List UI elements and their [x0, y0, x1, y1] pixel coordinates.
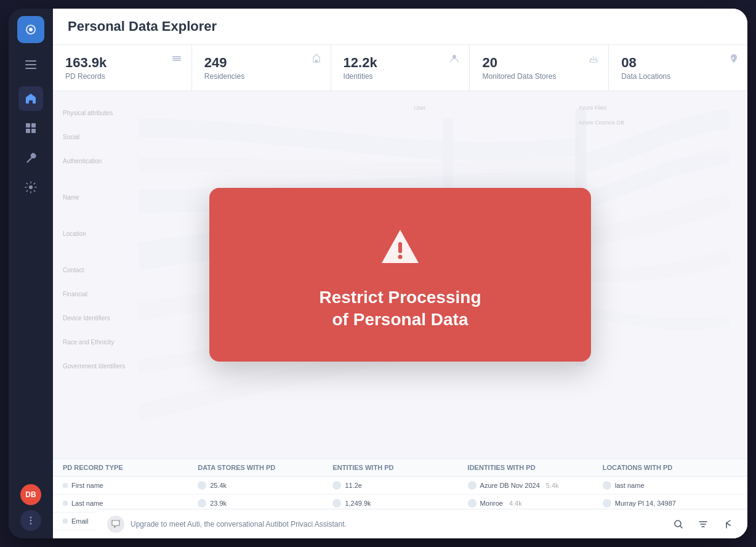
sidebar-item-dashboard[interactable]	[18, 116, 43, 140]
monitored-value: 20	[482, 55, 596, 71]
page-header: Personal Data Explorer	[53, 9, 747, 45]
bottom-bar-actions	[669, 514, 738, 534]
monitored-label: Monitored Data Stores	[482, 72, 596, 81]
cell-entities-0: 11.2e	[332, 481, 467, 490]
svg-rect-14	[172, 58, 181, 59]
svg-rect-7	[26, 129, 30, 133]
stat-residencies: 249 Residencies	[192, 45, 331, 91]
more-options-button[interactable]	[20, 510, 41, 531]
pd-records-icon	[172, 54, 182, 66]
identities-icon	[449, 54, 459, 66]
residencies-value: 249	[204, 55, 318, 71]
stat-pd-records: 163.9k PD Records	[53, 45, 192, 91]
svg-point-1	[29, 28, 33, 31]
modal-overlay: Restrict Processing of Personal Data	[53, 91, 747, 458]
svg-rect-5	[26, 123, 30, 128]
identities-value: 12.2k	[344, 55, 457, 71]
cell-type-1: Last name	[63, 499, 198, 508]
app-logo[interactable]	[17, 16, 44, 43]
main-content: Personal Data Explorer 163.9k PD Records…	[53, 9, 747, 538]
cell-locations-0: last name	[603, 481, 738, 490]
svg-rect-3	[25, 64, 36, 65]
device-frame: DB Personal Data Explorer 163.9k PD Reco…	[9, 9, 747, 538]
identities-label: Identities	[344, 72, 457, 81]
pd-records-value: 163.9k	[65, 55, 179, 71]
svg-point-11	[30, 520, 32, 522]
locations-icon	[730, 54, 738, 66]
table-header: PD Record Type Data Stores with PD Entit…	[53, 459, 747, 477]
pd-records-label: PD Records	[65, 72, 179, 81]
cell-identities-0: Azure DB Nov 2024 5.4k	[468, 481, 603, 490]
svg-rect-8	[31, 129, 36, 133]
svg-rect-15	[172, 56, 181, 57]
modal-title: Restrict Processing of Personal Data	[320, 286, 481, 331]
cell-locations-1: Murray Pl 14, 34987	[603, 499, 738, 508]
cell-stores-0: 25.4k	[198, 481, 332, 490]
modal-warning-icon	[378, 225, 422, 269]
col-pd-record-type: PD Record Type	[63, 464, 198, 471]
stat-identities: 12.2k Identities	[331, 45, 470, 91]
svg-rect-13	[172, 60, 181, 61]
monitored-icon	[589, 54, 598, 66]
residencies-icon	[312, 54, 321, 66]
cell-type-0: First name	[63, 481, 198, 490]
residencies-label: Residencies	[204, 72, 318, 81]
restrict-processing-modal: Restrict Processing of Personal Data	[209, 188, 591, 362]
col-entities: Entities with PD	[332, 464, 467, 471]
svg-rect-16	[315, 60, 318, 62]
stat-locations: 08 Data Locations	[609, 45, 747, 91]
cell-stores-1: 23.9k	[198, 499, 332, 508]
svg-rect-2	[25, 60, 36, 62]
svg-rect-4	[25, 68, 36, 69]
cell-identities-1: Monroe 4.4k	[468, 499, 603, 508]
svg-rect-21	[398, 242, 402, 253]
filter-button[interactable]	[693, 514, 713, 534]
svg-rect-6	[31, 123, 36, 128]
chart-area: Physical attributes Social Authenticatio…	[53, 91, 747, 458]
sidebar-item-tools[interactable]	[18, 145, 43, 170]
svg-point-9	[29, 185, 33, 189]
col-data-stores: Data Stores with PD	[198, 464, 332, 471]
svg-point-17	[452, 55, 456, 59]
table-row: First name 25.4k 11.2e Azure DB Nov 2024…	[53, 477, 747, 495]
stat-monitored: 20 Monitored Data Stores	[470, 45, 609, 91]
share-button[interactable]	[718, 514, 738, 534]
col-identities: Identities with PD	[468, 464, 603, 471]
chat-icon	[107, 516, 124, 533]
user-avatar[interactable]: DB	[20, 484, 41, 505]
search-button[interactable]	[669, 514, 688, 534]
bottom-bar-text: Upgrade to meet Auti, the conversational…	[131, 520, 662, 529]
svg-point-10	[30, 517, 32, 519]
locations-value: 08	[621, 55, 735, 71]
svg-point-12	[30, 523, 32, 525]
sidebar-item-home[interactable]	[18, 86, 43, 111]
cell-entities-1: 1,249.9k	[332, 499, 467, 508]
stats-row: 163.9k PD Records 249 Residencies	[53, 45, 747, 91]
bottom-bar: Upgrade to meet Auti, the conversational…	[97, 509, 747, 538]
sidebar: DB	[9, 9, 53, 538]
locations-label: Data Locations	[621, 72, 735, 81]
page-title: Personal Data Explorer	[68, 18, 733, 34]
svg-point-22	[398, 254, 403, 259]
col-locations: Locations with PD	[603, 464, 738, 471]
hamburger-menu[interactable]	[18, 55, 43, 74]
sidebar-item-settings[interactable]	[18, 175, 43, 200]
